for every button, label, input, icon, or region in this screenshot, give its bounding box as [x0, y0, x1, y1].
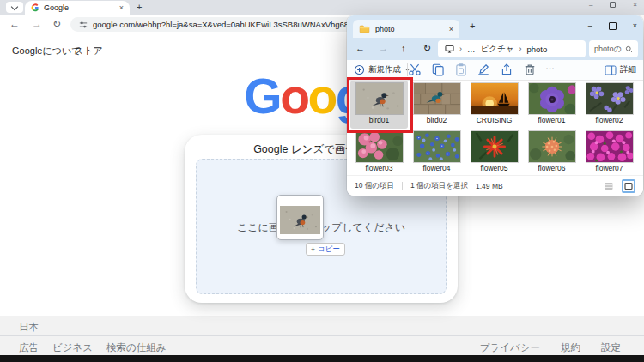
- chevron-right-icon: ›: [519, 45, 521, 53]
- chrome-maximize-button[interactable]: [610, 2, 616, 8]
- footer-link[interactable]: ビジネス: [52, 341, 93, 354]
- computer-icon: [445, 45, 454, 53]
- explorer-search-box[interactable]: photoの: [589, 40, 638, 57]
- explorer-navbar: ← → ↑ ↻ › … ピクチャ › photo photoの: [347, 38, 643, 60]
- explorer-refresh-button[interactable]: ↻: [423, 43, 431, 54]
- file-item-flower06[interactable]: flower06: [523, 129, 580, 177]
- copy-label: コピー: [318, 244, 340, 255]
- file-thumbnail: [414, 131, 460, 162]
- file-name: flower05: [480, 164, 507, 172]
- file-item-flower07[interactable]: flower07: [580, 129, 638, 177]
- chrome-close-button[interactable]: ×: [633, 1, 637, 9]
- screen-bottom-edge: [0, 355, 644, 362]
- search-text: photoの: [594, 44, 622, 55]
- footer-link[interactable]: 検索の仕組み: [106, 341, 167, 354]
- screen: Google × + – × ← → ↻ google.com/webhp?hl…: [0, 0, 644, 362]
- file-name: flower04: [422, 164, 450, 172]
- file-name: flower03: [365, 164, 392, 172]
- explorer-statusbar: 10 個の項目 1 個の項目を選択 1.49 MB: [347, 175, 643, 196]
- file-item-CRUISING[interactable]: CRUISING: [465, 81, 523, 129]
- breadcrumb[interactable]: › … ピクチャ › photo: [438, 40, 586, 57]
- file-name: flower07: [595, 164, 623, 172]
- footer-link[interactable]: 設定: [601, 341, 621, 354]
- chevron-down-icon: [11, 3, 18, 9]
- file-name: flower01: [538, 116, 565, 124]
- explorer-tab-photo[interactable]: photo ×: [353, 20, 459, 38]
- footer-region: 日本: [19, 321, 39, 334]
- footer-links-left: 広告ビジネス検索の仕組み: [19, 341, 167, 354]
- explorer-forward-button[interactable]: →: [379, 43, 388, 53]
- chrome-tabstrip: Google × + – ×: [0, 0, 644, 15]
- file-item-flower02[interactable]: flower02: [580, 81, 638, 129]
- selection-count: 1 個の項目を選択: [410, 181, 468, 191]
- file-thumbnail: [471, 131, 518, 162]
- explorer-minimize-button[interactable]: –: [588, 21, 592, 30]
- footer-links-right: プライバシー規約設定: [480, 341, 621, 354]
- explorer-back-button[interactable]: ←: [355, 43, 365, 53]
- tab-search-button[interactable]: [6, 2, 23, 13]
- logo-letter: o: [280, 69, 307, 124]
- details-pane-icon: [605, 65, 617, 75]
- file-thumbnail: [529, 131, 575, 162]
- file-name: CRUISING: [477, 116, 513, 124]
- annotation-highlight-bird01: [347, 77, 413, 133]
- file-item-flower01[interactable]: flower01: [523, 81, 580, 129]
- folder-icon: [359, 25, 370, 33]
- link-about-google[interactable]: Googleについて: [12, 45, 82, 57]
- breadcrumb-ellipsis[interactable]: …: [467, 45, 476, 54]
- explorer-tab-title: photo: [375, 25, 444, 33]
- logo-letter: o: [307, 69, 335, 124]
- cut-button[interactable]: [408, 63, 422, 76]
- link-store[interactable]: ストア: [74, 45, 103, 57]
- footer-link[interactable]: 広告: [19, 341, 39, 354]
- delete-button[interactable]: [523, 63, 537, 76]
- details-label: 詳細: [620, 64, 636, 75]
- file-item-bird02[interactable]: bird02: [408, 81, 465, 129]
- file-name: bird02: [427, 116, 447, 124]
- file-item-flower05[interactable]: flower05: [465, 129, 523, 177]
- explorer-close-button[interactable]: ×: [633, 21, 637, 30]
- details-view-button[interactable]: [604, 181, 614, 191]
- new-icon: [354, 64, 365, 75]
- drag-copy-badge: + コピー: [306, 243, 345, 256]
- explorer-window-controls: – ×: [588, 18, 637, 33]
- more-options-button[interactable]: …: [545, 61, 555, 75]
- footer-divider: [0, 335, 644, 336]
- back-button[interactable]: ←: [9, 18, 20, 30]
- new-item-button[interactable]: 新規作成: [354, 63, 410, 77]
- tab-close-icon[interactable]: ×: [449, 25, 453, 33]
- reload-button[interactable]: ↻: [52, 18, 61, 30]
- file-item-flower03[interactable]: flower03: [350, 129, 408, 177]
- breadcrumb-photo[interactable]: photo: [526, 45, 547, 54]
- details-pane-button[interactable]: 詳細: [605, 63, 636, 77]
- file-thumbnail: [356, 131, 403, 162]
- file-name: flower06: [538, 164, 565, 172]
- explorer-maximize-button[interactable]: [609, 22, 617, 30]
- chrome-window-controls: – ×: [589, 0, 637, 9]
- explorer-up-button[interactable]: ↑: [401, 43, 406, 53]
- browser-tab-google[interactable]: Google ×: [25, 1, 130, 15]
- file-item-flower04[interactable]: flower04: [408, 129, 465, 177]
- new-tab-button[interactable]: +: [137, 2, 142, 12]
- breadcrumb-pictures[interactable]: ピクチャ: [481, 44, 514, 55]
- site-settings-icon[interactable]: [79, 21, 88, 29]
- thumbnail-view-button[interactable]: [622, 179, 635, 193]
- footer-link[interactable]: プライバシー: [480, 341, 540, 354]
- file-thumbnail: [529, 83, 575, 114]
- explorer-new-tab-button[interactable]: +: [470, 21, 475, 31]
- copy-button[interactable]: [431, 63, 445, 76]
- plus-icon: +: [311, 245, 315, 254]
- google-footer: 日本 広告ビジネス検索の仕組み プライバシー規約設定: [0, 316, 644, 355]
- share-button[interactable]: [500, 63, 513, 76]
- items-count: 10 個の項目: [355, 181, 394, 191]
- footer-link[interactable]: 規約: [561, 341, 580, 354]
- tab-close-icon[interactable]: ×: [119, 3, 124, 12]
- file-thumbnail: [414, 83, 460, 114]
- chrome-minimize-button[interactable]: –: [589, 1, 592, 9]
- rename-button[interactable]: [477, 63, 490, 76]
- dragged-image-bird01: [280, 206, 320, 234]
- tab-title: Google: [44, 3, 115, 12]
- paste-button[interactable]: [454, 63, 468, 76]
- forward-button[interactable]: →: [32, 18, 42, 30]
- file-thumbnail: [586, 83, 633, 114]
